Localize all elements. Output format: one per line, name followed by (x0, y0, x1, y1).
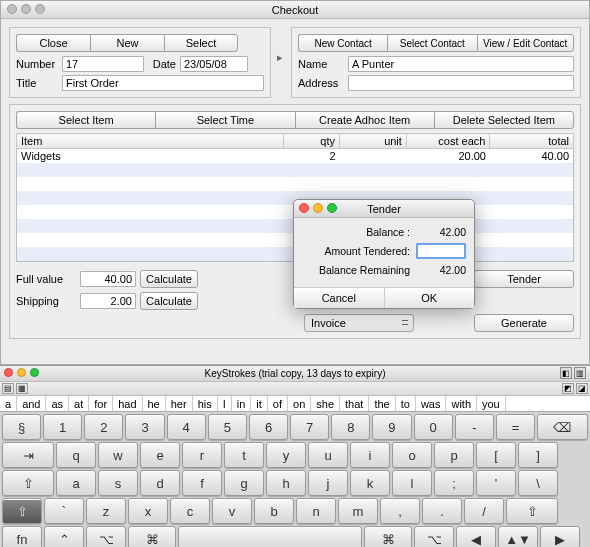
shipping-field[interactable] (80, 293, 136, 309)
prediction-word[interactable]: in (232, 396, 252, 411)
key[interactable]: g (224, 470, 264, 496)
key[interactable]: ] (518, 442, 558, 468)
prediction-word[interactable]: her (166, 396, 193, 411)
key[interactable]: j (308, 470, 348, 496)
keyboard-traffic-lights[interactable] (4, 368, 39, 377)
key[interactable]: . (422, 498, 462, 524)
key[interactable]: w (98, 442, 138, 468)
prediction-word[interactable]: was (416, 396, 447, 411)
header-unit[interactable]: unit (340, 134, 407, 149)
key[interactable]: z (86, 498, 126, 524)
view-edit-contact-button[interactable]: View / Edit Contact (477, 34, 575, 52)
new-button[interactable]: New (90, 34, 164, 52)
select-time-button[interactable]: Select Time (155, 111, 294, 129)
keyboard-toolbar-right[interactable]: ◩◪ (562, 383, 588, 394)
dialog-cancel-button[interactable]: Cancel (294, 288, 385, 308)
prediction-word[interactable]: he (143, 396, 166, 411)
prediction-word[interactable]: for (89, 396, 113, 411)
prediction-word[interactable]: to (396, 396, 416, 411)
prediction-word[interactable]: on (288, 396, 311, 411)
key[interactable]: m (338, 498, 378, 524)
key[interactable]: 0 (414, 414, 453, 440)
key[interactable]: 4 (167, 414, 206, 440)
dialog-traffic-lights[interactable] (299, 203, 337, 213)
key[interactable]: ◀ (456, 526, 496, 547)
key[interactable]: ▲▼ (498, 526, 538, 547)
key[interactable]: ' (476, 470, 516, 496)
key[interactable]: \ (518, 470, 558, 496)
keyboard-title-right-icons[interactable]: ◧▥ (560, 367, 586, 379)
header-item[interactable]: Item (17, 134, 284, 149)
key[interactable]: i (350, 442, 390, 468)
close-button[interactable]: Close (16, 34, 90, 52)
prediction-word[interactable]: had (113, 396, 142, 411)
prediction-word[interactable]: of (268, 396, 288, 411)
delete-selected-button[interactable]: Delete Selected Item (434, 111, 574, 129)
prediction-word[interactable]: with (446, 396, 477, 411)
key[interactable]: fn (2, 526, 42, 547)
key[interactable]: ⇧ (506, 498, 558, 524)
key[interactable]: ⇧ (2, 470, 54, 496)
key[interactable]: [ (476, 442, 516, 468)
key[interactable]: ⌘ (364, 526, 412, 547)
document-type-select[interactable]: Invoice (304, 314, 414, 332)
key[interactable]: - (455, 414, 494, 440)
key[interactable]: ▶ (540, 526, 580, 547)
key[interactable]: f (182, 470, 222, 496)
full-value-field[interactable] (80, 271, 136, 287)
key[interactable]: ⌫ (537, 414, 588, 440)
header-total[interactable]: total (490, 134, 574, 149)
dialog-amount-field[interactable] (416, 243, 466, 259)
prediction-word[interactable]: his (193, 396, 218, 411)
key[interactable]: v (212, 498, 252, 524)
key[interactable]: 7 (290, 414, 329, 440)
prediction-word[interactable]: and (17, 396, 46, 411)
key[interactable]: 9 (372, 414, 411, 440)
key[interactable]: = (496, 414, 535, 440)
dialog-ok-button[interactable]: OK (385, 288, 475, 308)
address-field[interactable] (348, 75, 574, 91)
key[interactable]: c (170, 498, 210, 524)
tender-button[interactable]: Tender (474, 270, 574, 288)
key[interactable]: t (224, 442, 264, 468)
calculate-shipping-button[interactable]: Calculate (140, 292, 198, 310)
key[interactable]: q (56, 442, 96, 468)
key[interactable]: a (56, 470, 96, 496)
key[interactable]: ⌥ (86, 526, 126, 547)
key[interactable]: y (266, 442, 306, 468)
key[interactable]: ; (434, 470, 474, 496)
key[interactable]: l (392, 470, 432, 496)
name-field[interactable] (348, 56, 574, 72)
keyboard-toolbar-left[interactable]: ▤▦ (2, 383, 28, 394)
key[interactable]: 1 (43, 414, 82, 440)
key[interactable]: 2 (84, 414, 123, 440)
key[interactable]: 8 (331, 414, 370, 440)
prediction-word[interactable]: as (46, 396, 69, 411)
key[interactable] (178, 526, 362, 547)
key[interactable]: h (266, 470, 306, 496)
prediction-word[interactable]: you (477, 396, 506, 411)
key[interactable]: n (296, 498, 336, 524)
key[interactable]: s (98, 470, 138, 496)
key[interactable]: ⇥ (2, 442, 54, 468)
key[interactable]: 5 (208, 414, 247, 440)
key[interactable]: b (254, 498, 294, 524)
prediction-word[interactable]: it (251, 396, 268, 411)
table-row[interactable] (17, 163, 574, 177)
prediction-word[interactable]: the (369, 396, 395, 411)
number-field[interactable] (62, 56, 144, 72)
key[interactable]: d (140, 470, 180, 496)
key[interactable]: ⌘ (128, 526, 176, 547)
disclosure-triangle[interactable]: ▸ (277, 27, 285, 98)
title-field[interactable] (62, 75, 264, 91)
calculate-full-button[interactable]: Calculate (140, 270, 198, 288)
key[interactable]: k (350, 470, 390, 496)
traffic-lights[interactable] (7, 4, 45, 14)
key[interactable]: / (464, 498, 504, 524)
select-button[interactable]: Select (164, 34, 238, 52)
generate-button[interactable]: Generate (474, 314, 574, 332)
key[interactable]: o (392, 442, 432, 468)
select-item-button[interactable]: Select Item (16, 111, 155, 129)
key[interactable]: x (128, 498, 168, 524)
key[interactable]: p (434, 442, 474, 468)
